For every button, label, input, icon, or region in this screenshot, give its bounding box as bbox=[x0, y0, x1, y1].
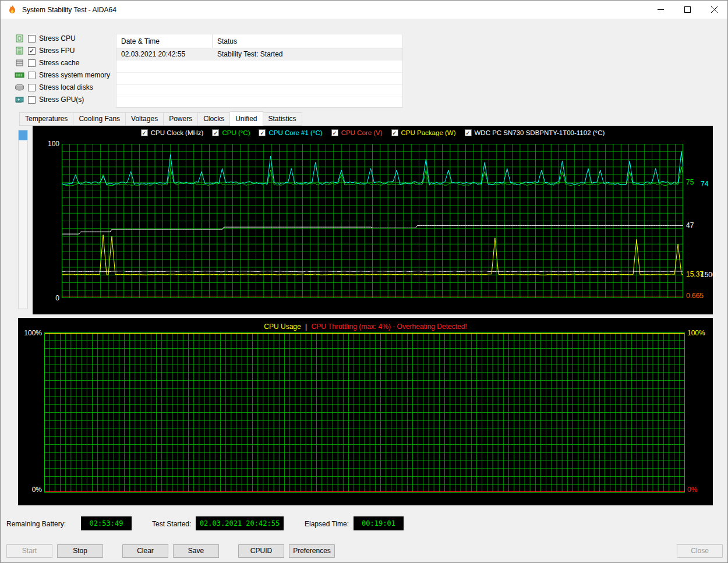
usage-ymax-right: 100% bbox=[687, 329, 705, 337]
log-row-status: Stability Test: Started bbox=[213, 48, 402, 60]
stress-cpu-checkbox[interactable] bbox=[28, 35, 36, 43]
current-value-label-4: 15.37 bbox=[686, 270, 704, 278]
tab-voltages[interactable]: Voltages bbox=[126, 112, 164, 126]
log-row[interactable]: 02.03.2021 20:42:55 Stability Test: Star… bbox=[116, 48, 402, 61]
close-button[interactable] bbox=[701, 1, 727, 19]
stress-cpu-label[interactable]: Stress CPU bbox=[39, 34, 76, 43]
maximize-icon bbox=[684, 6, 691, 13]
stress-disks-checkbox[interactable] bbox=[28, 84, 36, 91]
stress-cache-row[interactable]: Stress cache bbox=[15, 59, 110, 67]
stress-cpu-row[interactable]: Stress CPU bbox=[15, 34, 110, 43]
title-separator: | bbox=[305, 323, 307, 331]
legend-item-4[interactable]: ✓CPU Package (W) bbox=[391, 129, 456, 136]
unified-plot bbox=[62, 144, 683, 298]
stress-cache-icon bbox=[15, 59, 24, 67]
stress-fpu-label[interactable]: Stress FPU bbox=[39, 47, 75, 55]
log-col-status[interactable]: Status bbox=[213, 34, 402, 48]
legend-label-2: CPU Core #1 (°C) bbox=[268, 129, 322, 136]
legend-item-5[interactable]: ✓WDC PC SN730 SDBPNTY-1T00-1102 (°C) bbox=[465, 129, 605, 136]
legend-checkbox-3[interactable]: ✓ bbox=[331, 129, 338, 136]
cpu-usage-title: CPU Usage | CPU Throttling (max: 4%) - O… bbox=[18, 323, 713, 331]
cpu-throttling-title-text: CPU Throttling (max: 4%) - Overheating D… bbox=[311, 323, 467, 331]
tab-clocks[interactable]: Clocks bbox=[198, 112, 230, 126]
legend-checkbox-5[interactable]: ✓ bbox=[465, 129, 472, 136]
stress-options-panel: Stress CPU ✓ Stress FPU Stress cache Str… bbox=[15, 34, 110, 104]
legend-item-0[interactable]: ✓CPU Clock (MHz) bbox=[141, 129, 204, 136]
current-value-label-2: 74 bbox=[701, 180, 708, 188]
tab-unified[interactable]: Unified bbox=[230, 111, 263, 126]
preferences-button[interactable]: Preferences bbox=[289, 544, 335, 558]
legend-label-3: CPU Core (V) bbox=[341, 129, 383, 136]
legend-checkbox-0[interactable]: ✓ bbox=[141, 129, 148, 136]
save-button[interactable]: Save bbox=[173, 544, 219, 558]
event-log-table: Date & Time Status 02.03.2021 20:42:55 S… bbox=[116, 34, 403, 108]
test-started-label: Test Started: bbox=[152, 520, 191, 528]
stress-memory-icon bbox=[15, 71, 24, 79]
window-title: System Stability Test - AIDA64 bbox=[22, 6, 116, 14]
stress-cache-label[interactable]: Stress cache bbox=[39, 59, 79, 67]
legend-label-5: WDC PC SN730 SDBPNTY-1T00-1102 (°C) bbox=[475, 129, 605, 136]
cpu-usage-title-text: CPU Usage bbox=[264, 323, 301, 331]
maximize-button[interactable] bbox=[674, 1, 701, 19]
legend-item-1[interactable]: ✓CPU (°C) bbox=[212, 129, 250, 136]
stress-memory-checkbox[interactable] bbox=[28, 72, 36, 79]
stress-cpu-icon bbox=[15, 34, 24, 43]
stress-memory-row[interactable]: Stress system memory bbox=[15, 71, 110, 79]
log-col-datetime[interactable]: Date & Time bbox=[116, 34, 213, 48]
legend-checkbox-4[interactable]: ✓ bbox=[391, 129, 398, 136]
legend-label-1: CPU (°C) bbox=[222, 129, 250, 136]
legend-checkbox-1[interactable]: ✓ bbox=[212, 129, 219, 136]
log-row-empty bbox=[116, 85, 402, 97]
window-controls bbox=[647, 1, 727, 19]
app-window: System Stability Test - AIDA64 Stress CP… bbox=[0, 0, 728, 563]
unified-legend: ✓CPU Clock (MHz)✓CPU (°C)✓CPU Core #1 (°… bbox=[33, 129, 713, 136]
usage-ymax-left: 100% bbox=[23, 329, 42, 337]
log-row-empty bbox=[116, 73, 402, 85]
legend-label-4: CPU Package (W) bbox=[401, 129, 456, 136]
stress-gpu-checkbox[interactable] bbox=[28, 96, 36, 104]
unified-ymin-label: 0 bbox=[43, 294, 59, 302]
minimize-button[interactable] bbox=[647, 1, 674, 19]
stop-button[interactable]: Stop bbox=[57, 544, 103, 558]
stress-memory-label[interactable]: Stress system memory bbox=[39, 71, 110, 79]
tab-temperatures[interactable]: Temperatures bbox=[19, 112, 73, 126]
test-started-display: 02.03.2021 20:42:55 bbox=[196, 516, 284, 530]
stress-fpu-checkbox[interactable]: ✓ bbox=[28, 47, 36, 55]
legend-item-3[interactable]: ✓CPU Core (V) bbox=[331, 129, 383, 136]
stress-gpu-label[interactable]: Stress GPU(s) bbox=[39, 95, 84, 104]
title-bar: System Stability Test - AIDA64 bbox=[1, 1, 727, 19]
legend-checkbox-2[interactable]: ✓ bbox=[259, 129, 266, 136]
minimize-icon bbox=[658, 6, 664, 13]
elapsed-time-display: 00:19:01 bbox=[354, 516, 404, 530]
start-button: Start bbox=[6, 544, 52, 558]
current-value-label-5: 47 bbox=[686, 221, 694, 229]
stress-gpu-row[interactable]: Stress GPU(s) bbox=[15, 95, 110, 104]
close-icon bbox=[711, 6, 718, 13]
current-value-label-3: 0.665 bbox=[686, 292, 704, 300]
stress-cache-checkbox[interactable] bbox=[28, 59, 36, 67]
stress-disks-label[interactable]: Stress local disks bbox=[39, 83, 93, 91]
log-row-datetime: 02.03.2021 20:42:55 bbox=[116, 48, 213, 60]
tab-bar: TemperaturesCooling FansVoltagesPowersCl… bbox=[19, 113, 302, 126]
remaining-battery-label: Remaining Battery: bbox=[6, 520, 66, 528]
close-window-button: Close bbox=[677, 544, 723, 558]
stress-disks-icon bbox=[15, 83, 24, 91]
graph-scrollbar[interactable] bbox=[18, 130, 28, 309]
stress-fpu-row[interactable]: ✓ Stress FPU bbox=[15, 47, 110, 55]
elapsed-time-label: Elapsed Time: bbox=[305, 520, 349, 528]
legend-label-0: CPU Clock (MHz) bbox=[151, 129, 204, 136]
graph-scrollbar-thumb[interactable] bbox=[19, 130, 27, 140]
throttling-ymin-right: 0% bbox=[687, 486, 697, 494]
cpu-usage-chart: CPU Usage | CPU Throttling (max: 4%) - O… bbox=[18, 318, 713, 505]
unified-chart: ✓CPU Clock (MHz)✓CPU (°C)✓CPU Core #1 (°… bbox=[33, 126, 713, 314]
tab-powers[interactable]: Powers bbox=[164, 112, 198, 126]
unified-ymax-label: 100 bbox=[43, 140, 59, 148]
tab-cooling-fans[interactable]: Cooling Fans bbox=[73, 112, 126, 126]
stress-gpu-icon bbox=[15, 95, 24, 104]
cpuid-button[interactable]: CPUID bbox=[238, 544, 284, 558]
tab-statistics[interactable]: Statistics bbox=[263, 112, 302, 126]
log-row-empty bbox=[116, 61, 402, 73]
stress-disks-row[interactable]: Stress local disks bbox=[15, 83, 110, 91]
clear-button[interactable]: Clear bbox=[122, 544, 168, 558]
legend-item-2[interactable]: ✓CPU Core #1 (°C) bbox=[259, 129, 322, 136]
